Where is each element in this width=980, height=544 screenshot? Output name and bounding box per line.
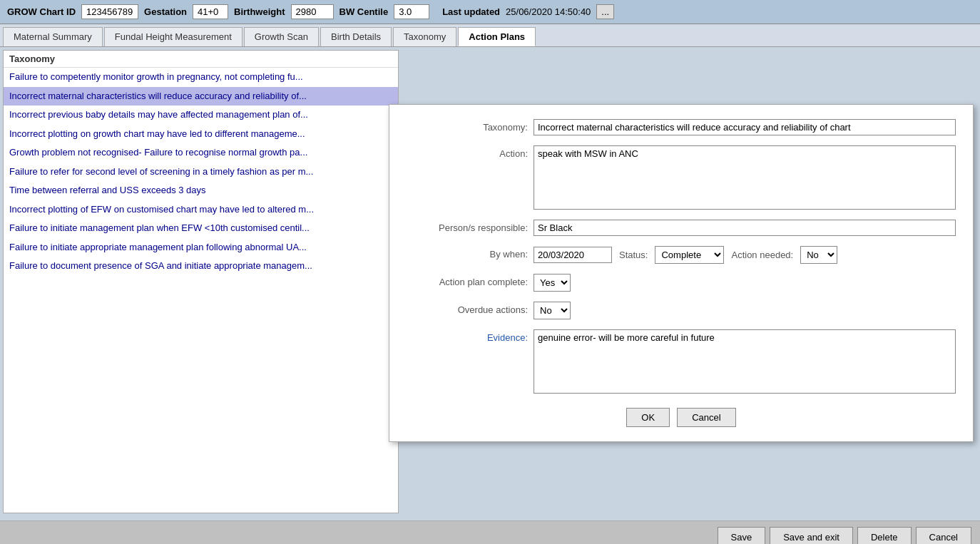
taxonomy-list-item[interactable]: Incorrect plotting on growth chart may h… [4, 125, 398, 144]
bywhen-inline-group: Status: Complete Pending In Progress Ove… [534, 246, 956, 264]
evidence-row: Evidence: [407, 329, 956, 394]
last-updated-value: 25/06/2020 14:50:40 [506, 6, 591, 17]
birthweight-label: Birthweight [234, 6, 285, 17]
overdue-actions-row: Overdue actions: No Yes [407, 302, 956, 319]
action-plan-complete-row: Action plan complete: Yes No [407, 274, 956, 292]
taxonomy-list-item[interactable]: Incorrect maternal characteristics will … [4, 87, 398, 106]
action-plan-complete-select[interactable]: Yes No [534, 274, 571, 292]
action-textarea[interactable] [534, 145, 956, 210]
status-field-label: Status: [619, 250, 648, 260]
action-needed-select[interactable]: No Yes [800, 246, 837, 264]
bw-centile-value: 3.0 [394, 4, 429, 19]
taxonomy-field-label: Taxonomy: [407, 119, 528, 133]
taxonomy-input[interactable] [534, 119, 956, 135]
evidence-label: Evidence: [407, 329, 528, 343]
dialog-buttons: OK Cancel [407, 408, 956, 427]
header-bar: GROW Chart ID 123456789 Gestation 41+0 B… [0, 0, 980, 24]
taxonomy-list-item[interactable]: Growth problem not recognised- Failure t… [4, 143, 398, 163]
chart-id-label: GROW Chart ID [7, 6, 76, 17]
taxonomy-row: Taxonomy: [407, 119, 956, 135]
taxonomy-list-item[interactable]: Failure to initiate management plan when… [4, 219, 398, 238]
tab-bar: Maternal Summary Fundal Height Measureme… [0, 24, 980, 47]
body-area: Taxonomy Failure to competently monitor … [0, 47, 980, 544]
overdue-actions-select[interactable]: No Yes [534, 302, 571, 319]
cancel-button[interactable]: Cancel [916, 527, 971, 544]
action-needed-label: Action needed: [731, 250, 793, 260]
tab-taxonomy[interactable]: Taxonomy [393, 27, 456, 46]
action-field-label: Action: [407, 145, 528, 159]
status-select[interactable]: Complete Pending In Progress Overdue [655, 246, 724, 264]
action-plan-complete-label: Action plan complete: [407, 274, 528, 287]
taxonomy-list-item[interactable]: Failure to competently monitor growth in… [4, 68, 398, 87]
action-plan-dialog: Taxonomy: Action: Person/s responsible: … [389, 104, 974, 442]
save-button[interactable]: Save [718, 527, 766, 544]
taxonomy-list-item[interactable]: Incorrect plotting of EFW on customised … [4, 200, 398, 220]
taxonomy-list-item[interactable]: Failure to document presence of SGA and … [4, 257, 398, 276]
gestation-label: Gestation [144, 6, 187, 17]
taxonomy-list-item[interactable]: Failure to refer for second level of scr… [4, 163, 398, 182]
tab-growth-scan[interactable]: Growth Scan [244, 27, 319, 46]
taxonomy-list-item[interactable]: Incorrect previous baby details may have… [4, 106, 398, 125]
save-exit-button[interactable]: Save and exit [770, 527, 853, 544]
taxonomy-panel-header: Taxonomy [4, 51, 398, 68]
gestation-value: 41+0 [193, 4, 228, 19]
footer: Save Save and exit Delete Cancel [0, 520, 980, 544]
tab-action-plans[interactable]: Action Plans [458, 27, 536, 46]
tab-fundal-height[interactable]: Fundal Height Measurement [104, 27, 243, 46]
taxonomy-list-item[interactable]: Failure to initiate appropriate manageme… [4, 238, 398, 257]
bw-centile-label: BW Centile [340, 6, 389, 17]
person-row: Person/s responsible: [407, 220, 956, 236]
cancel-dialog-button[interactable]: Cancel [677, 408, 735, 427]
delete-button[interactable]: Delete [857, 527, 912, 544]
tab-birth-details[interactable]: Birth Details [320, 27, 392, 46]
bywhen-field-label: By when: [407, 246, 528, 260]
more-options-button[interactable]: ... [596, 4, 614, 19]
chart-id-value: 123456789 [81, 4, 138, 19]
last-updated-label: Last updated [442, 6, 500, 17]
tab-maternal-summary[interactable]: Maternal Summary [3, 27, 103, 46]
action-row: Action: [407, 145, 956, 210]
evidence-textarea[interactable] [534, 329, 956, 394]
taxonomy-list: Failure to competently monitor growth in… [4, 68, 398, 276]
overdue-actions-label: Overdue actions: [407, 302, 528, 315]
person-field-label: Person/s responsible: [407, 220, 528, 233]
ok-button[interactable]: OK [626, 408, 670, 427]
bywhen-row: By when: Status: Complete Pending In Pro… [407, 246, 956, 264]
taxonomy-list-item[interactable]: Time between referral and USS exceeds 3 … [4, 181, 398, 200]
bywhen-input[interactable] [534, 247, 612, 263]
taxonomy-panel: Taxonomy Failure to competently monitor … [3, 50, 399, 513]
birthweight-value: 2980 [291, 4, 334, 19]
person-input[interactable] [534, 220, 956, 236]
